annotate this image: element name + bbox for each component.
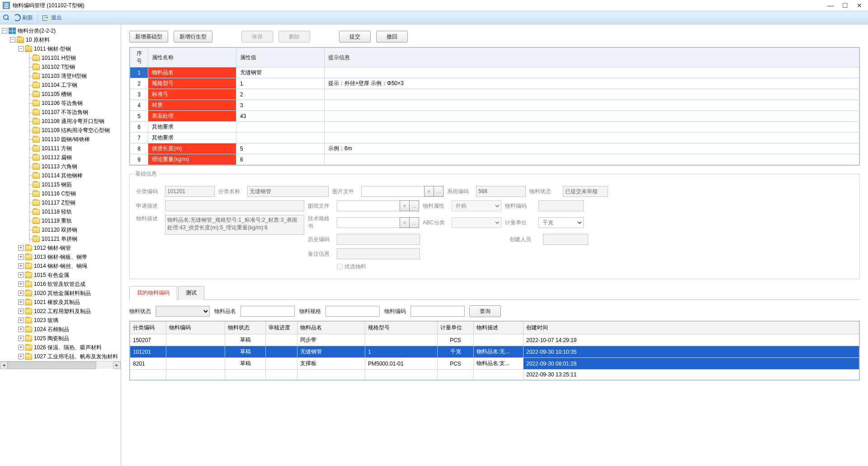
tree-leaf[interactable]: 101104 工字钢 [24, 81, 121, 90]
grid-cell-matDesc[interactable] [474, 334, 524, 346]
attr-row[interactable]: 9理论重量(kg/m)6 [130, 154, 859, 165]
grid-cell-matCode[interactable] [166, 370, 225, 380]
expand-icon[interactable]: + [18, 336, 24, 341]
tree-leaf[interactable]: 101108 通用冷弯开口型钢 [24, 117, 121, 126]
grid-cell-matDesc[interactable]: 物料品名:无... [474, 346, 524, 358]
maximize-button[interactable]: ☐ [842, 2, 848, 9]
expand-icon[interactable]: + [18, 263, 24, 269]
attr-row[interactable]: 7其他要求 [130, 133, 859, 143]
img-file-browse-button[interactable]: … [434, 186, 443, 197]
attr-row[interactable]: 8供货长度(m)5示例：6m [130, 143, 859, 154]
collapse-icon[interactable]: − [2, 28, 7, 33]
img-file-clear-button[interactable]: × [424, 186, 434, 197]
attr-row[interactable]: 3标准号2 [130, 89, 859, 100]
collapse-icon[interactable]: − [18, 46, 24, 52]
attr-row[interactable]: 4材质3 [130, 100, 859, 111]
unit-select[interactable]: 千克 [538, 217, 584, 228]
exit-button[interactable]: 退出 [41, 13, 64, 23]
attr-val[interactable] [236, 122, 325, 133]
scroll-right-icon[interactable]: ► [113, 361, 121, 369]
tree-leaf[interactable]: 101111 方钢 [24, 144, 121, 153]
grid-cell-spec[interactable] [365, 370, 438, 380]
gcol-matcode[interactable]: 物料编码 [166, 322, 225, 334]
tree-l1[interactable]: − 10 原材料 [8, 35, 121, 44]
refresh-button[interactable]: 刷新 [12, 13, 35, 23]
grid-cell-matName[interactable]: 同步带 [297, 334, 365, 346]
tree-leaf[interactable]: 101120 双拼钢 [24, 225, 121, 234]
query-button[interactable]: 查询 [469, 305, 501, 317]
tree-leaf[interactable]: 101113 六角钢 [24, 162, 121, 171]
attr-val[interactable]: 43 [236, 111, 325, 122]
gcol-auditprog[interactable]: 审核进度 [266, 322, 297, 334]
tree-leaf[interactable]: 101115 钢筋 [24, 180, 121, 189]
tree-leaf[interactable]: 101121 单拼钢 [24, 234, 121, 243]
tree-leaf[interactable]: 101105 槽钢 [24, 90, 121, 99]
grid-cell-matCode[interactable] [166, 358, 225, 370]
attr-val[interactable]: 5 [236, 143, 325, 154]
tree-node[interactable]: +1026 保温、隔热、吸声材料 [16, 343, 121, 352]
expand-icon[interactable]: + [18, 327, 24, 332]
tree-root[interactable]: − 物料分类(2-2-2) [0, 26, 121, 35]
tree-leaf[interactable]: 101117 Z型钢 [24, 198, 121, 207]
attr-val[interactable]: 2 [236, 89, 325, 100]
expand-icon[interactable]: + [18, 272, 24, 278]
gcol-matdesc[interactable]: 物料描述 [474, 322, 524, 334]
grid-cell-auditProg[interactable] [266, 370, 297, 380]
tree-leaf[interactable]: 101106 等边角钢 [24, 99, 121, 108]
filter-status-select[interactable] [156, 306, 210, 317]
preferred-checkbox[interactable]: 优选物料 [337, 263, 366, 271]
tree-leaf[interactable]: 101107 不等边角钢 [24, 108, 121, 117]
grid-cell-auditProg[interactable] [266, 358, 297, 370]
attr-row[interactable]: 6其他要求 [130, 122, 859, 133]
collapse-icon[interactable]: − [10, 37, 15, 43]
gcol-matstatus[interactable]: 物料状态 [225, 322, 266, 334]
grid-cell-matName[interactable]: 支撑板 [297, 358, 365, 370]
filter-code-input[interactable] [410, 306, 465, 317]
attr-val[interactable]: 1 [236, 78, 325, 89]
filter-spec-input[interactable] [326, 306, 380, 317]
tree-leaf[interactable]: 101101 H型钢 [24, 53, 121, 62]
tree-node[interactable]: +1023 玻璃 [16, 316, 121, 325]
grid-row[interactable]: 101201草稿无缝钢管1千克物料品名:无...2022-09-30 10:10… [130, 346, 859, 358]
filter-name-input[interactable] [241, 306, 295, 317]
tech-spec-browse-button[interactable]: … [409, 217, 419, 228]
sidebar-hscroll[interactable]: ◄ ► [0, 361, 121, 369]
grid-cell-matCode[interactable] [166, 334, 225, 346]
tree-node[interactable]: +1012 钢材-钢管 [16, 243, 121, 252]
img-file-field[interactable] [361, 186, 425, 197]
tree-node[interactable]: +1025 陶瓷制品 [16, 334, 121, 343]
tree-node[interactable]: +1015 有色金属 [16, 271, 121, 280]
grid-cell-matStatus[interactable]: 草稿 [225, 358, 266, 370]
new-deriv-button[interactable]: 新增衍生型 [174, 31, 212, 43]
expand-icon[interactable]: + [18, 290, 24, 296]
attr-val[interactable] [236, 133, 325, 143]
gcol-matname[interactable]: 物料品名 [297, 322, 365, 334]
tree-node[interactable]: +1014 钢材-钢丝、钢绳 [16, 262, 121, 271]
grid-cell-unit[interactable]: 千克 [438, 346, 474, 358]
minimize-button[interactable]: — [827, 2, 834, 9]
close-button[interactable]: ✕ [856, 2, 863, 9]
submit-button[interactable]: 提交 [339, 31, 371, 43]
tech-spec-field[interactable] [337, 217, 400, 228]
attr-row[interactable]: 2规格型号1提示：外径×壁厚 示例：Φ50×3 [130, 78, 859, 89]
grid-cell-createTime[interactable]: 2022-10-07 14:29:19 [524, 334, 859, 346]
grid-cell-spec[interactable]: 1 [365, 346, 438, 358]
grid-cell-createTime[interactable]: 2022-09-30 10:10:35 [524, 346, 859, 358]
grid-cell-catCode[interactable]: 8201 [130, 358, 166, 370]
grid-cell-createTime[interactable]: 2022-09-30 13:25:11 [524, 370, 859, 380]
grid-cell-matName[interactable] [297, 370, 365, 380]
delete-button[interactable]: 删除 [278, 31, 310, 43]
tree-leaf[interactable]: 101116 C型钢 [24, 189, 121, 198]
expand-icon[interactable]: + [18, 300, 24, 305]
tree-node[interactable]: +1022 工程用塑料及制品 [16, 307, 121, 316]
grid-cell-matDesc[interactable] [474, 370, 524, 380]
grid-cell-matStatus[interactable]: 草稿 [225, 334, 266, 346]
attr-row[interactable]: 5表面处理43 [130, 111, 859, 122]
tab-my-material-code[interactable]: 我的物料编码 [129, 286, 177, 300]
expand-icon[interactable]: + [18, 309, 24, 314]
gcol-spec[interactable]: 规格型号 [365, 322, 438, 334]
gcol-unit[interactable]: 计量单位 [438, 322, 474, 334]
attr-row[interactable]: 1物料品名无缝钢管 [130, 67, 859, 78]
grid-cell-createTime[interactable]: 2022-09-30 08:01:28 [524, 358, 859, 370]
attr-val[interactable]: 6 [236, 154, 325, 165]
